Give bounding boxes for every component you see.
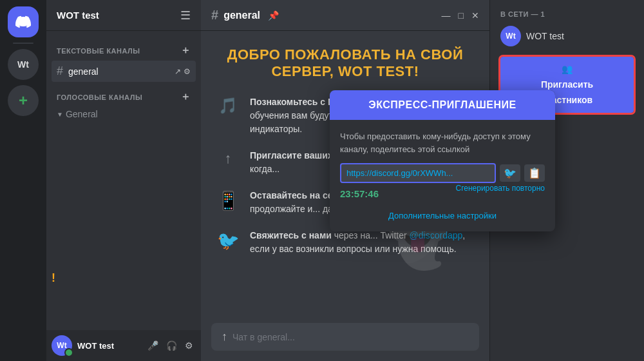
wt-server-icon[interactable]: Wt (8, 49, 39, 80)
channel-sidebar: WOT test ☰ ТЕКСТОВЫЕ КАНАЛЫ ＋ # general … (46, 0, 201, 361)
welcome-title: ДОБРО ПОЖАЛОВАТЬ НА СВОЙ СЕРВЕР, WOT TES… (216, 46, 474, 80)
express-invite-description: Чтобы предоставить кому-нибудь доступ к … (340, 130, 545, 155)
pin-icon: 📌 (268, 10, 279, 21)
feature-icon-4: 🐦 (216, 230, 240, 251)
user-avatar: Wt (52, 335, 72, 356)
add-text-channel-button[interactable]: ＋ (180, 44, 191, 57)
text-channels-section: ТЕКСТОВЫЕ КАНАЛЫ ＋ # general ↗ ⚙ (46, 31, 201, 85)
channel-name-header: general (223, 10, 260, 21)
voice-channel-general[interactable]: ▼ General (52, 106, 196, 122)
channel-action-icons: ↗ ⚙ (175, 67, 191, 76)
online-user-row: Wt WOT test (500, 26, 634, 46)
server-name: WOT test (57, 10, 99, 21)
voice-channel-name: General (66, 109, 98, 119)
feature-icon-3: 📱 (216, 190, 240, 211)
voice-channels-section: ГОЛОСОВЫЕ КАНАЛЫ ＋ ▼ General (46, 85, 201, 124)
server-list: Wt + (0, 0, 46, 361)
add-voice-channel-button[interactable]: ＋ (180, 90, 191, 104)
add-server-icon[interactable]: + (8, 85, 39, 116)
channel-hash-header: # (211, 8, 218, 23)
message-input[interactable] (232, 332, 469, 342)
message-input-area: ↑ (201, 323, 489, 361)
feature-text-4: Свяжитесь с нами через на... Twitter @di… (250, 229, 474, 256)
server-divider (13, 43, 33, 44)
channel-hash-icon: # (57, 64, 63, 78)
mic-icon[interactable]: 🎤 (145, 339, 161, 352)
right-panel-title: В СЕТИ — 1 (500, 10, 634, 18)
invite-link-row: 🐦 📋 (340, 163, 545, 183)
discord-home-icon[interactable] (8, 6, 39, 37)
invite-channel-icon[interactable]: ↗ (175, 67, 181, 76)
hamburger-icon[interactable]: ☰ (180, 8, 191, 23)
advanced-settings-link[interactable]: Дополнительные настройки (388, 211, 497, 220)
twitter-link[interactable]: @discordapp (410, 230, 463, 240)
twitter-share-icon[interactable]: 🐦 (500, 164, 520, 182)
sidebar-bottom: Wt WOT test 🎤 🎧 ⚙ (46, 330, 201, 361)
invite-timer: 23:57:46 (340, 188, 379, 199)
upload-icon: ↑ (222, 330, 227, 344)
express-invite-body: Чтобы предоставить кому-нибудь доступ к … (330, 120, 555, 231)
voice-arrow-icon: ▼ (57, 111, 63, 118)
express-invite-popup: ЭКСПРЕСС-ПРИГЛАШЕНИЕ Чтобы предоставить … (330, 90, 555, 231)
copy-link-icon[interactable]: 📋 (524, 164, 545, 182)
main-header: # general 📌 — □ ✕ (201, 0, 489, 31)
online-user-avatar: Wt (500, 26, 521, 46)
headset-icon[interactable]: 🎧 (164, 339, 180, 352)
main-content: # general 📌 — □ ✕ ДОБРО ПОЖАЛОВАТЬ НА СВ… (201, 0, 489, 361)
invite-link-input[interactable] (340, 163, 496, 183)
close-button[interactable]: ✕ (471, 10, 479, 21)
maximize-button[interactable]: □ (459, 10, 464, 21)
minimize-button[interactable]: — (442, 10, 451, 21)
settings-icon[interactable]: ⚙ (182, 339, 196, 352)
username-display: WOT test (77, 341, 140, 351)
feature-item-4: 🐦 Свяжитесь с нами через на... Twitter @… (216, 229, 474, 256)
sidebar-controls: 🎤 🎧 ⚙ (145, 339, 196, 352)
warning-icon: ! (52, 271, 55, 285)
text-channels-header: ТЕКСТОВЫЕ КАНАЛЫ ＋ (52, 41, 196, 60)
invite-link-icons: 🐦 📋 (500, 164, 545, 182)
feature-icon-2: ↑ (216, 150, 240, 167)
invite-members-icon: 👥 (562, 63, 573, 75)
invite-members-label-line1: Пригласить (541, 79, 593, 90)
online-user-name: WOT test (526, 31, 564, 41)
settings-channel-icon[interactable]: ⚙ (184, 67, 191, 76)
express-invite-header: ЭКСПРЕСС-ПРИГЛАШЕНИЕ (330, 90, 555, 120)
channel-name-general: general (68, 66, 175, 77)
feature-icon-1: 🎵 (216, 97, 240, 115)
invite-advanced-settings: Дополнительные настройки (340, 210, 545, 221)
sidebar-header[interactable]: WOT test ☰ (46, 0, 201, 31)
message-input-box: ↑ (211, 323, 479, 351)
channel-item-general[interactable]: # general ↗ ⚙ (52, 61, 196, 82)
voice-channels-header: ГОЛОСОВЫЕ КАНАЛЫ ＋ (52, 88, 196, 106)
window-controls: — □ ✕ (442, 10, 479, 21)
regenerate-link-button[interactable]: Сгенерировать повторно (455, 184, 545, 193)
